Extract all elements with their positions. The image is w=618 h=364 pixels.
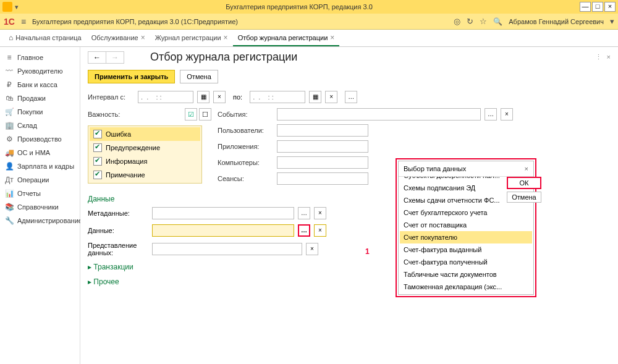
clear-icon[interactable]: × bbox=[325, 91, 337, 103]
select-button[interactable]: … bbox=[298, 207, 310, 219]
sidebar-item-sales[interactable]: 🛍Продажи bbox=[0, 91, 80, 105]
events-input[interactable] bbox=[277, 108, 481, 121]
tab-journal[interactable]: Журнал регистрации× bbox=[150, 30, 233, 46]
type-list-item[interactable]: Счет-фактура выданный bbox=[400, 243, 532, 256]
window-minimize-button[interactable]: — bbox=[580, 2, 591, 12]
clear-icon[interactable]: × bbox=[213, 91, 226, 103]
sidebar-item-manager[interactable]: 〰Руководителю bbox=[0, 64, 80, 78]
user-name[interactable]: Абрамов Геннадий Сергеевич bbox=[509, 18, 604, 25]
home-icon: ⌂ bbox=[9, 33, 13, 42]
dialog-cancel-button[interactable]: Отмена bbox=[507, 192, 541, 203]
clear-icon[interactable]: × bbox=[314, 207, 326, 219]
uncheck-all-button[interactable]: ☐ bbox=[199, 108, 211, 121]
close-icon[interactable]: × bbox=[330, 33, 334, 42]
sidebar-item-label: ОС и НМА bbox=[17, 149, 50, 156]
app-title: Бухгалтерия предприятия КОРП, редакция 3… bbox=[19, 3, 580, 11]
tab-bar: ⌂Начальная страница Обслуживание× Журнал… bbox=[0, 30, 618, 47]
sidebar-item-reports[interactable]: 📊Отчеты bbox=[0, 187, 80, 200]
date-picker-icon[interactable]: ▦ bbox=[309, 91, 321, 103]
check-all-button[interactable]: ☑ bbox=[185, 108, 197, 121]
checkbox[interactable] bbox=[93, 130, 102, 138]
type-list-item[interactable]: Счет от поставщика bbox=[400, 219, 532, 231]
cancel-button[interactable]: Отмена bbox=[180, 70, 218, 83]
sidebar-item-label: Производство bbox=[17, 135, 62, 143]
chart-icon: 〰 bbox=[5, 67, 14, 75]
star-icon[interactable]: ☆ bbox=[480, 17, 487, 26]
importance-item-label: Примечание bbox=[106, 171, 145, 179]
importance-list: Ошибка Предупреждение Информация Примеча… bbox=[88, 125, 202, 184]
burger-icon[interactable]: ≡ bbox=[21, 17, 26, 27]
importance-row[interactable]: Примечание bbox=[90, 168, 200, 182]
type-list-item[interactable]: Счет-фактура полученный bbox=[400, 256, 532, 268]
date-to-input[interactable] bbox=[250, 91, 305, 103]
tab-maintenance[interactable]: Обслуживание× bbox=[87, 30, 150, 46]
sidebar-item-production[interactable]: ⚙Производство bbox=[0, 132, 80, 146]
importance-row[interactable]: Ошибка bbox=[90, 127, 200, 141]
sidebar-item-purchases[interactable]: 🛒Покупки bbox=[0, 105, 80, 119]
type-list-item[interactable]: Таможенная декларация (экс... bbox=[400, 281, 532, 293]
user-menu-icon[interactable]: ▾ bbox=[610, 17, 614, 26]
checkbox[interactable] bbox=[93, 171, 102, 179]
sidebar-item-label: Покупки bbox=[17, 108, 43, 116]
date-picker-icon[interactable]: ▦ bbox=[197, 91, 210, 103]
close-icon[interactable]: × bbox=[141, 33, 145, 42]
close-icon[interactable]: × bbox=[224, 33, 228, 42]
computers-input[interactable] bbox=[277, 156, 368, 169]
search-icon[interactable]: 🔍 bbox=[493, 17, 502, 26]
date-from-input[interactable] bbox=[138, 91, 193, 103]
truck-icon: 🚚 bbox=[5, 148, 14, 157]
checkbox[interactable] bbox=[93, 143, 102, 152]
type-list-item[interactable]: Табличные части документов bbox=[400, 268, 532, 281]
data-label: Данные: bbox=[88, 227, 148, 234]
sidebar-item-main[interactable]: ≡Главное bbox=[0, 51, 80, 64]
nav-forward-button[interactable]: → bbox=[106, 52, 124, 63]
window-close-button[interactable]: × bbox=[604, 2, 616, 12]
more-icon[interactable]: ⋮ bbox=[595, 53, 602, 61]
ok-button[interactable]: ОК bbox=[507, 177, 541, 189]
sidebar-item-catalogs[interactable]: 📚Справочники bbox=[0, 200, 80, 214]
sidebar-item-admin[interactable]: 🔧Администрирование bbox=[0, 214, 80, 227]
sessions-input[interactable] bbox=[277, 172, 368, 185]
sessions-label: Сеансы: bbox=[218, 175, 273, 182]
sidebar-item-salary[interactable]: 👤Зарплата и кадры bbox=[0, 159, 80, 173]
type-list-item[interactable]: Счет бухгалтерского учета bbox=[400, 206, 532, 219]
importance-item-label: Предупреждение bbox=[106, 144, 160, 151]
list-icon: ≡ bbox=[5, 53, 14, 62]
nav-back-button[interactable]: ← bbox=[88, 52, 106, 63]
sidebar-item-label: Операции bbox=[17, 176, 49, 184]
sidebar-item-assets[interactable]: 🚚ОС и НМА bbox=[0, 146, 80, 159]
metadata-label: Метаданные: bbox=[88, 210, 148, 217]
users-input[interactable] bbox=[277, 124, 368, 137]
data-input[interactable] bbox=[152, 224, 294, 237]
repr-input[interactable] bbox=[152, 243, 302, 255]
app-name: Бухгалтерия предприятия КОРП, редакция 3… bbox=[32, 18, 447, 25]
page-close-icon[interactable]: × bbox=[607, 53, 611, 61]
tab-label: Обслуживание bbox=[91, 34, 138, 41]
select-button[interactable]: … bbox=[298, 224, 310, 237]
sidebar-item-operations[interactable]: ДтОперации bbox=[0, 173, 80, 187]
tab-filter-journal[interactable]: Отбор журнала регистрации× bbox=[233, 30, 340, 46]
importance-row[interactable]: Предупреждение bbox=[90, 141, 200, 154]
metadata-input[interactable] bbox=[152, 207, 294, 219]
close-icon[interactable]: × bbox=[525, 165, 528, 172]
apps-input[interactable] bbox=[277, 140, 368, 153]
window-maximize-button[interactable]: □ bbox=[592, 2, 603, 12]
importance-item-label: Информация bbox=[106, 158, 147, 165]
sidebar-item-bank[interactable]: ₽Банк и касса bbox=[0, 78, 80, 91]
period-button[interactable]: … bbox=[345, 91, 357, 103]
clear-icon[interactable]: × bbox=[501, 108, 513, 121]
apply-close-button[interactable]: Применить и закрыть bbox=[88, 70, 175, 83]
history-icon[interactable]: ↻ bbox=[467, 17, 473, 26]
tab-label: Отбор журнала регистрации bbox=[238, 34, 328, 41]
importance-row[interactable]: Информация bbox=[90, 154, 200, 168]
select-button[interactable]: … bbox=[485, 108, 497, 121]
clear-icon[interactable]: × bbox=[306, 243, 318, 255]
type-list-item[interactable]: Счет покупателю bbox=[400, 231, 532, 243]
events-label: События: bbox=[218, 111, 273, 118]
tab-home[interactable]: ⌂Начальная страница bbox=[4, 30, 87, 46]
sidebar-item-warehouse[interactable]: 🏢Склад bbox=[0, 119, 80, 132]
warehouse-icon: 🏢 bbox=[5, 121, 14, 130]
clear-icon[interactable]: × bbox=[314, 224, 326, 237]
checkbox[interactable] bbox=[93, 157, 102, 166]
compass-icon[interactable]: ◎ bbox=[454, 17, 460, 26]
